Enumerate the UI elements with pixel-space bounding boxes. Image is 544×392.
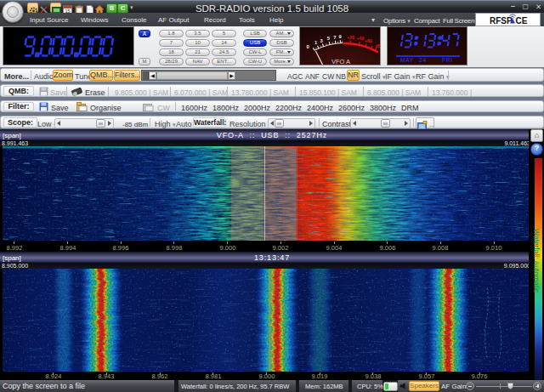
- svg-text:CE: CE: [516, 16, 528, 26]
- svg-text:RFSP: RFSP: [490, 16, 513, 26]
- svg-text:VFO A: VFO A: [332, 58, 350, 65]
- svg-text:+60: +60: [365, 38, 372, 43]
- svg-text:+40: +40: [357, 36, 365, 41]
- svg-text:3: 3: [320, 38, 324, 43]
- svg-text:1: 1: [314, 40, 318, 45]
- svg-text:+20: +20: [347, 35, 354, 40]
- svg-text:5: 5: [327, 36, 331, 41]
- svg-text:dB: dB: [376, 44, 380, 48]
- svg-text:9: 9: [338, 34, 342, 39]
- svg-text:7: 7: [333, 35, 336, 40]
- svg-text:0: 0: [306, 44, 309, 49]
